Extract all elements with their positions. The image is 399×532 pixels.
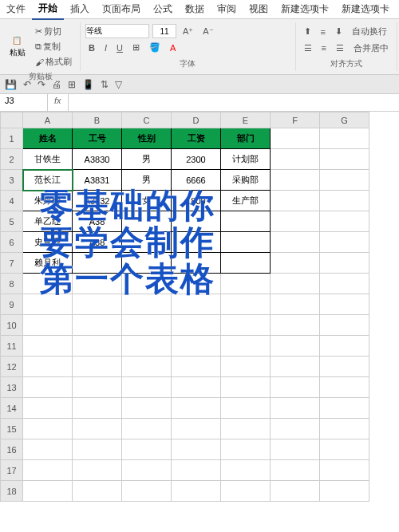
- row-header[interactable]: 12: [1, 357, 23, 377]
- qat-save-icon[interactable]: 💾: [5, 79, 17, 90]
- cell[interactable]: [23, 377, 73, 398]
- cell[interactable]: [122, 315, 172, 336]
- cell[interactable]: [73, 481, 122, 502]
- border-button[interactable]: ⊞: [129, 41, 143, 54]
- tab-data[interactable]: 数据: [179, 0, 211, 19]
- cell[interactable]: [271, 149, 320, 170]
- cell[interactable]: 单乙红: [23, 211, 73, 232]
- fill-color-button[interactable]: 🪣: [146, 41, 164, 54]
- cell[interactable]: [271, 315, 320, 336]
- cell[interactable]: [73, 398, 122, 419]
- underline-button[interactable]: U: [113, 41, 126, 54]
- select-all-corner[interactable]: [1, 112, 23, 128]
- cell[interactable]: [271, 357, 320, 377]
- cell[interactable]: [172, 211, 221, 232]
- qat-print-icon[interactable]: 🖨: [52, 79, 61, 90]
- cell[interactable]: [122, 211, 172, 232]
- cell[interactable]: [320, 398, 369, 419]
- cell[interactable]: [122, 336, 172, 357]
- cell[interactable]: [172, 439, 221, 460]
- cell[interactable]: 工资: [172, 128, 221, 149]
- tab-view[interactable]: 视图: [243, 0, 275, 19]
- tab-layout[interactable]: 页面布局: [96, 0, 147, 19]
- col-header-f[interactable]: F: [271, 112, 320, 128]
- cell[interactable]: 女: [122, 191, 172, 211]
- align-left-button[interactable]: ☰: [301, 41, 315, 55]
- cell[interactable]: A3830: [73, 149, 122, 170]
- cell[interactable]: 赖月利: [23, 253, 73, 274]
- cell[interactable]: [172, 274, 221, 294]
- cell[interactable]: [73, 315, 122, 336]
- row-header[interactable]: 5: [1, 211, 23, 232]
- row-header[interactable]: 6: [1, 232, 23, 253]
- cell[interactable]: [271, 191, 320, 211]
- qat-phone-icon[interactable]: 📱: [82, 79, 94, 90]
- col-header-e[interactable]: E: [221, 112, 271, 128]
- cell[interactable]: [221, 315, 271, 336]
- cell[interactable]: [320, 377, 369, 398]
- format-painter-button[interactable]: 🖌格式刷: [32, 54, 75, 69]
- cell[interactable]: 生产部: [221, 191, 271, 211]
- row-header[interactable]: 18: [1, 481, 23, 502]
- qat-sort-icon[interactable]: ⇅: [101, 79, 109, 90]
- cell[interactable]: [172, 357, 221, 377]
- row-header[interactable]: 14: [1, 398, 23, 419]
- align-top-button[interactable]: ⬆: [301, 25, 314, 38]
- cell[interactable]: A38: [73, 211, 122, 232]
- align-right-button[interactable]: ☰: [333, 41, 347, 55]
- cell[interactable]: [172, 481, 221, 502]
- wrap-text-button[interactable]: 自动换行: [349, 24, 390, 39]
- row-header[interactable]: 3: [1, 170, 23, 191]
- cell[interactable]: [73, 419, 122, 439]
- cell[interactable]: [73, 439, 122, 460]
- cell[interactable]: 男: [122, 149, 172, 170]
- cell[interactable]: [221, 211, 271, 232]
- cell[interactable]: A3831: [73, 170, 122, 191]
- copy-button[interactable]: ⧉复制: [32, 39, 75, 54]
- bold-button[interactable]: B: [85, 41, 98, 54]
- cell[interactable]: [221, 294, 271, 315]
- row-header[interactable]: 10: [1, 315, 23, 336]
- cell[interactable]: [221, 439, 271, 460]
- cell[interactable]: [320, 253, 369, 274]
- cell[interactable]: [271, 253, 320, 274]
- cell[interactable]: [23, 274, 73, 294]
- cell[interactable]: [172, 336, 221, 357]
- tab-custom2[interactable]: 新建选项卡: [335, 0, 396, 19]
- cell[interactable]: [73, 460, 122, 481]
- row-header[interactable]: 16: [1, 439, 23, 460]
- cell[interactable]: 朱婷粉: [23, 191, 73, 211]
- cell[interactable]: [271, 481, 320, 502]
- tab-file[interactable]: 文件: [0, 0, 32, 19]
- cell[interactable]: [271, 128, 320, 149]
- cell[interactable]: [271, 336, 320, 357]
- cell[interactable]: 2300: [172, 149, 221, 170]
- row-header[interactable]: 13: [1, 377, 23, 398]
- cell[interactable]: [23, 315, 73, 336]
- font-size-select[interactable]: [152, 24, 176, 38]
- increase-font-button[interactable]: A⁺: [180, 25, 196, 38]
- cell[interactable]: [221, 274, 271, 294]
- cell[interactable]: [320, 439, 369, 460]
- cell[interactable]: [23, 460, 73, 481]
- font-color-button[interactable]: A: [167, 41, 179, 54]
- cell[interactable]: 范长江: [23, 170, 73, 191]
- cell[interactable]: 6666: [172, 170, 221, 191]
- qat-filter-icon[interactable]: ▽: [115, 79, 122, 90]
- cell[interactable]: [73, 336, 122, 357]
- cell[interactable]: 甘铁生: [23, 149, 73, 170]
- row-header[interactable]: 17: [1, 460, 23, 481]
- col-header-g[interactable]: G: [320, 112, 369, 128]
- row-header[interactable]: 15: [1, 419, 23, 439]
- cell[interactable]: [122, 377, 172, 398]
- cell[interactable]: [73, 377, 122, 398]
- row-header[interactable]: 4: [1, 191, 23, 211]
- cell[interactable]: A3832: [73, 191, 122, 211]
- cell[interactable]: [122, 274, 172, 294]
- cell[interactable]: [23, 481, 73, 502]
- cell[interactable]: [221, 336, 271, 357]
- cell[interactable]: [122, 232, 172, 253]
- cell[interactable]: [122, 253, 172, 274]
- cell[interactable]: [23, 294, 73, 315]
- cell[interactable]: 采购部: [221, 170, 271, 191]
